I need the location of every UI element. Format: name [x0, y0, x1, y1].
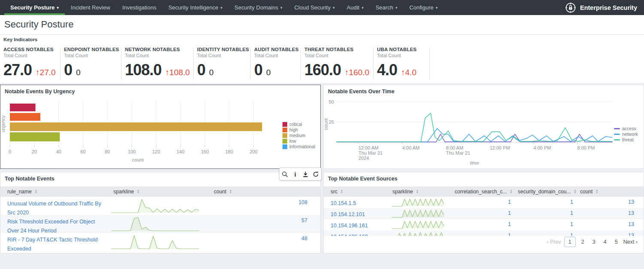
legend-item-high[interactable]: high: [283, 127, 315, 133]
kpi-threat-notables[interactable]: THREAT NOTABLESTotal Count160.0↑160.0: [304, 47, 369, 81]
table-row[interactable]: 10.154.196.1611113: [324, 219, 644, 230]
svg-text:time: time: [470, 160, 479, 165]
kpi-network-notables[interactable]: NETWORK NOTABLESTotal Count108.0↑108.0: [125, 47, 190, 81]
panel-title-urgency: Notable Events By Urgency: [5, 89, 75, 95]
nav-item-security-domains[interactable]: Security Domains▾: [228, 0, 288, 15]
page-button-1[interactable]: 1: [564, 237, 576, 247]
legend-swatch: [614, 134, 620, 135]
prev-page-button[interactable]: ‹ Prev: [547, 239, 561, 245]
kpi-access-notables[interactable]: ACCESS NOTABLESTotal Count27.0↑27.0: [3, 47, 56, 81]
table-row[interactable]: 10.154.12.1011113: [324, 208, 644, 219]
count-value[interactable]: 13: [577, 210, 634, 216]
kpi-endpoint-notables[interactable]: ENDPOINT NOTABLESTotal Count00: [64, 47, 119, 81]
kpi-subtitle: Total Count: [377, 53, 416, 58]
table-row[interactable]: 10.154.196.1691113: [324, 230, 644, 236]
nav-item-label: Search: [376, 4, 393, 11]
kpi-value: 0: [64, 61, 72, 79]
svg-text:80: 80: [105, 149, 110, 154]
panel-notable-events-by-urgency: Notable Events By Urgency 02040608010012…: [0, 85, 321, 169]
table-row[interactable]: RIR - 7 Day ATT&CK Tactic Threshold Exce…: [0, 233, 320, 251]
page-button-3[interactable]: 3: [590, 237, 598, 247]
kpi-value-row: 160.0↑160.0: [304, 61, 369, 79]
count-value[interactable]: 57: [213, 217, 307, 223]
column-header-label: src: [331, 189, 337, 195]
search-icon[interactable]: [281, 171, 288, 177]
legend-item-threat[interactable]: threat: [614, 137, 638, 143]
kpi-separator: [121, 48, 122, 79]
download-icon[interactable]: [302, 171, 309, 177]
kpi-identity-notables[interactable]: IDENTITY NOTABLESTotal Count00: [197, 47, 249, 81]
nav-item-security-posture[interactable]: Security Posture▾: [4, 0, 65, 15]
kpi-delta: ↑4.0: [401, 68, 416, 77]
security-domain-count[interactable]: 1: [514, 221, 573, 227]
nav-item-audit[interactable]: Audit▾: [341, 0, 370, 15]
nav-item-investigations[interactable]: Investigations: [116, 0, 163, 15]
correlation-search-count[interactable]: 1: [452, 221, 511, 227]
column-header-security-domain-cou[interactable]: security_domain_cou...▲▼: [518, 186, 576, 197]
page-button-2[interactable]: 2: [579, 237, 587, 247]
legend-item-critical[interactable]: critical: [283, 122, 315, 127]
legend-item-informational[interactable]: informational: [283, 144, 315, 150]
page-button-4[interactable]: 4: [601, 237, 609, 247]
nav-item-cloud-security[interactable]: Cloud Security▾: [288, 0, 340, 15]
column-header-sparkline[interactable]: sparkline▲▼: [113, 186, 140, 197]
correlation-search-count[interactable]: 1: [452, 210, 511, 216]
correlation-search-count[interactable]: 1: [452, 199, 511, 205]
count-value[interactable]: 48: [213, 235, 307, 241]
chevron-down-icon: ▾: [436, 6, 438, 10]
nav-item-label: Cloud Security: [294, 4, 331, 11]
legend-swatch: [283, 133, 287, 138]
next-page-button[interactable]: Next ›: [623, 239, 638, 245]
security-domain-count[interactable]: 1: [514, 210, 573, 216]
security-domain-count[interactable]: 1: [514, 199, 573, 205]
count-value[interactable]: 13: [577, 221, 634, 227]
urgency-bar-chart[interactable]: 020406080100120140160180200urgencycount: [0, 97, 320, 168]
column-header-sparkline[interactable]: sparkline▲▼: [392, 186, 419, 197]
nav-item-label: Security Posture: [10, 4, 55, 11]
nav-item-security-intelligence[interactable]: Security Intelligence▾: [162, 0, 228, 15]
legend-label: medium: [289, 133, 305, 138]
security-domain-count[interactable]: 1: [514, 232, 573, 236]
table-row[interactable]: Risk Threshold Exceeded For Object Over …: [0, 215, 320, 233]
column-header-count[interactable]: count▲▼: [214, 186, 232, 197]
kpi-delta: ↑27.0: [36, 68, 55, 77]
legend-item-medium[interactable]: medium: [283, 133, 315, 138]
src-link[interactable]: 10.154.12.101: [331, 210, 389, 219]
page-button-5[interactable]: 5: [612, 237, 620, 247]
src-link[interactable]: 10.154.196.161: [331, 221, 389, 230]
top-events-table-header: rule_name▲▼sparkline▲▼count▲▼: [0, 186, 320, 197]
svg-text:12:00 AM: 12:00 AM: [358, 145, 378, 150]
column-header-count[interactable]: count▲▼: [580, 186, 598, 197]
src-link[interactable]: 10.154.1.5: [331, 199, 389, 208]
count-value[interactable]: 108: [213, 199, 307, 205]
column-header-src[interactable]: src▲▼: [331, 186, 343, 197]
column-header-label: count: [214, 189, 226, 195]
correlation-search-count[interactable]: 1: [452, 232, 511, 236]
count-value[interactable]: 13: [577, 199, 634, 205]
bar-medium: [10, 122, 262, 131]
table-row[interactable]: 10.154.1.51113: [324, 197, 644, 208]
kpi-audit-notables[interactable]: AUDIT NOTABLESTotal Count00: [254, 47, 299, 81]
count-value[interactable]: 13: [577, 232, 634, 236]
rule-name-link[interactable]: RIR - 7 Day ATT&CK Tactic Threshold Exce…: [7, 235, 107, 251]
table-row[interactable]: Unusual Volume of Outbound Traffic By Sr…: [0, 197, 320, 215]
column-header-label: sparkline: [392, 189, 413, 195]
nav-item-incident-review[interactable]: Incident Review: [65, 0, 116, 15]
page-title: Security Posture: [4, 19, 73, 30]
legend-item-network[interactable]: network: [614, 131, 638, 137]
info-icon[interactable]: i: [292, 171, 298, 177]
column-header-correlation-search-c[interactable]: correlation_search_c...▲▼: [455, 186, 512, 197]
sort-icon: ▲▼: [137, 190, 140, 194]
svg-text:200: 200: [249, 149, 257, 154]
legend-label: threat: [622, 137, 634, 143]
overtime-line-chart[interactable]: 255012:00 AMThu Mar 2120244:00 AM8:00 AM…: [324, 97, 644, 168]
legend-item-access[interactable]: access: [614, 126, 638, 131]
sparkline-cell: [111, 198, 199, 215]
legend-item-low[interactable]: low: [283, 138, 315, 144]
nav-item-configure[interactable]: Configure▾: [403, 0, 444, 15]
kpi-uba-notables[interactable]: UBA NOTABLESTotal Count4.0↑4.0: [377, 47, 416, 81]
src-link[interactable]: 10.154.196.169: [331, 232, 389, 236]
refresh-icon[interactable]: [313, 171, 319, 177]
column-header-rule-name[interactable]: rule_name▲▼: [7, 186, 37, 197]
nav-item-search[interactable]: Search▾: [370, 0, 404, 15]
